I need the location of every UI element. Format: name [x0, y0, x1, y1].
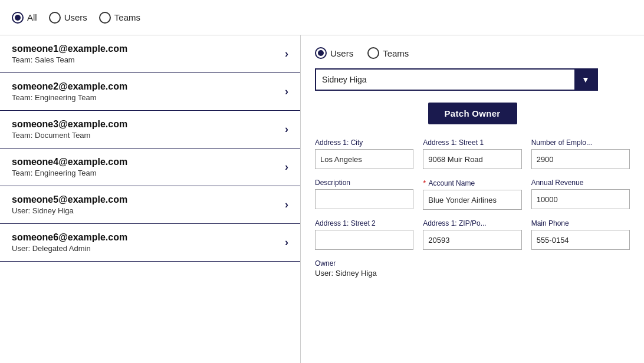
list-item[interactable]: someone1@example.com Team: Sales Team › — [0, 35, 300, 73]
chevron-right-icon: › — [285, 161, 288, 173]
field-description-input[interactable] — [315, 189, 413, 209]
chevron-right-icon: › — [285, 199, 288, 211]
field-street1-label: Address 1: Street 1 — [423, 138, 521, 147]
field-employees: Number of Emplo... — [531, 138, 630, 169]
list-item-sub: Team: Engineering Team — [12, 93, 127, 102]
field-street1: Address 1: Street 1 — [423, 138, 521, 169]
field-street2: Address 1: Street 2 — [315, 219, 413, 250]
field-annual-revenue-input[interactable] — [531, 189, 630, 209]
right-radio-teams-label: Teams — [383, 48, 409, 58]
top-bar: All Users Teams — [0, 0, 644, 35]
list-item[interactable]: someone4@example.com Team: Engineering T… — [0, 148, 300, 186]
chevron-down-icon: ▼ — [581, 75, 590, 84]
list-item-sub: Team: Sales Team — [12, 55, 127, 64]
list-item-email: someone3@example.com — [12, 119, 127, 130]
right-radio-group: Users Teams — [315, 47, 630, 59]
chevron-right-icon: › — [285, 85, 288, 98]
field-annual-revenue-label: Annual Revenue — [531, 179, 630, 187]
field-account-name: * Account Name — [423, 179, 521, 210]
list-item-text: someone3@example.com Team: Document Team — [12, 119, 127, 140]
list-item[interactable]: someone5@example.com User: Sidney Higa › — [0, 186, 300, 224]
dropdown-arrow-btn[interactable]: ▼ — [574, 68, 597, 91]
list-item-sub: Team: Document Team — [12, 131, 127, 140]
field-street2-label: Address 1: Street 2 — [315, 219, 413, 227]
top-radio-group: All Users Teams — [12, 12, 140, 24]
list-item-text: someone6@example.com User: Delegated Adm… — [12, 232, 127, 253]
chevron-right-icon: › — [285, 236, 288, 249]
field-annual-revenue: Annual Revenue — [531, 179, 630, 210]
list-item[interactable]: someone3@example.com Team: Document Team… — [0, 111, 300, 148]
field-phone-label: Main Phone — [531, 219, 630, 227]
field-city: Address 1: City — [315, 138, 413, 169]
field-zip: Address 1: ZIP/Po... — [423, 219, 521, 250]
list-item-email: someone2@example.com — [12, 81, 127, 92]
content-area: someone1@example.com Team: Sales Team › … — [0, 35, 644, 363]
right-radio-teams[interactable]: Teams — [367, 47, 409, 59]
list-item-email: someone1@example.com — [12, 44, 127, 54]
field-zip-label: Address 1: ZIP/Po... — [423, 219, 521, 227]
chevron-right-icon: › — [285, 48, 288, 60]
list-item-sub: User: Sidney Higa — [12, 206, 127, 215]
right-radio-users-circle — [315, 47, 327, 59]
owner-section: Owner User: Sidney Higa — [315, 259, 630, 278]
list-item[interactable]: someone2@example.com Team: Engineering T… — [0, 73, 300, 111]
left-panel: someone1@example.com Team: Sales Team › … — [0, 35, 301, 363]
field-account-name-label: Account Name — [428, 179, 475, 187]
radio-users-circle — [49, 12, 61, 24]
chevron-right-icon: › — [285, 123, 288, 136]
list-item-email: someone6@example.com — [12, 232, 127, 243]
radio-users-label: Users — [64, 12, 87, 22]
list-item-email: someone4@example.com — [12, 157, 127, 167]
field-description: Description — [315, 179, 413, 210]
owner-label: Owner — [315, 259, 630, 268]
radio-all[interactable]: All — [12, 12, 37, 24]
list-item-text: someone2@example.com Team: Engineering T… — [12, 81, 127, 102]
main-container: All Users Teams someone1@example.com Tea… — [0, 0, 644, 363]
field-city-input[interactable] — [315, 149, 413, 169]
list-item-sub: User: Delegated Admin — [12, 244, 127, 253]
field-employees-label: Number of Emplo... — [531, 138, 630, 147]
list-item-email: someone5@example.com — [12, 194, 127, 205]
field-phone-input[interactable] — [531, 230, 630, 250]
field-phone: Main Phone — [531, 219, 630, 250]
radio-users[interactable]: Users — [49, 12, 87, 24]
list-item-sub: Team: Engineering Team — [12, 169, 127, 177]
right-radio-teams-circle — [367, 47, 379, 59]
list-item[interactable]: someone6@example.com User: Delegated Adm… — [0, 224, 300, 262]
fields-grid: Address 1: City Address 1: Street 1 Numb… — [315, 138, 630, 250]
radio-teams-circle — [99, 12, 111, 24]
required-asterisk: * — [423, 179, 426, 187]
field-city-label: Address 1: City — [315, 138, 413, 147]
list-item-text: someone4@example.com Team: Engineering T… — [12, 157, 127, 177]
field-employees-input[interactable] — [531, 149, 630, 169]
list-item-text: someone5@example.com User: Sidney Higa — [12, 194, 127, 215]
right-radio-users[interactable]: Users — [315, 47, 353, 59]
list-item-text: someone1@example.com Team: Sales Team — [12, 44, 127, 64]
dropdown-row: Sidney Higa ▼ — [315, 68, 630, 91]
radio-teams[interactable]: Teams — [99, 12, 140, 24]
owner-dropdown[interactable]: Sidney Higa ▼ — [315, 68, 598, 91]
field-account-name-input[interactable] — [423, 190, 521, 210]
field-description-label: Description — [315, 179, 413, 187]
right-panel: Users Teams Sidney Higa ▼ Patch Owner — [301, 35, 644, 363]
owner-value: User: Sidney Higa — [315, 269, 630, 278]
field-street2-input[interactable] — [315, 230, 413, 250]
field-account-name-label-row: * Account Name — [423, 179, 521, 187]
patch-owner-button[interactable]: Patch Owner — [428, 103, 517, 124]
dropdown-selected-value: Sidney Higa — [316, 68, 574, 91]
field-street1-input[interactable] — [423, 149, 521, 169]
radio-teams-label: Teams — [114, 12, 140, 22]
right-radio-users-label: Users — [330, 48, 353, 58]
radio-all-label: All — [27, 12, 37, 22]
radio-all-circle — [12, 12, 24, 24]
field-zip-input[interactable] — [423, 230, 521, 250]
